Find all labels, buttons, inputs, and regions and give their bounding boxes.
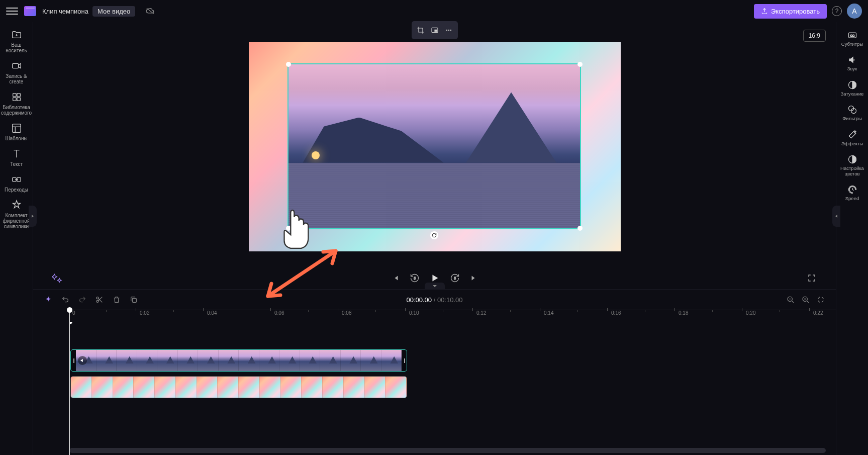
camera-icon	[11, 60, 22, 71]
sidebar-item-label: Speed	[845, 196, 859, 201]
split-button[interactable]	[94, 295, 105, 305]
svg-rect-12	[435, 30, 437, 31]
svg-rect-6	[12, 124, 21, 133]
sidebar-item-label: Ваш носитель	[1, 42, 32, 53]
project-badge[interactable]: Мое видео	[92, 6, 135, 17]
color-adjust-icon	[847, 154, 857, 164]
rotate-handle[interactable]	[430, 231, 438, 239]
left-sidebar: Ваш носитель Запись & create Библиотека …	[0, 22, 33, 455]
timeline-tracks[interactable]	[69, 322, 836, 455]
svg-point-14	[448, 30, 449, 31]
pip-button[interactable]	[428, 24, 441, 37]
svg-point-13	[446, 30, 447, 31]
svg-text:CC: CC	[850, 34, 854, 37]
preview-canvas[interactable]	[249, 42, 621, 251]
sidebar-item-color[interactable]: Настройка цветов	[836, 152, 868, 178]
ruler-tick: 0	[72, 310, 75, 316]
forward-5-button[interactable]: 5	[449, 272, 461, 284]
skip-end-button[interactable]	[468, 272, 480, 284]
sidebar-item-label: Переходы	[5, 187, 28, 193]
cc-icon: CC	[847, 30, 857, 40]
fade-icon	[847, 80, 857, 90]
zoom-fit-button[interactable]	[816, 295, 826, 305]
clip-trim-end-handle[interactable]	[402, 350, 407, 371]
more-options-button[interactable]	[442, 24, 455, 37]
help-button[interactable]: ?	[832, 6, 842, 16]
ruler-tick: 0:22	[813, 310, 823, 316]
folder-plus-icon	[11, 29, 22, 40]
sidebar-item-speed[interactable]: Speed	[836, 183, 868, 203]
svg-text:5: 5	[414, 277, 416, 280]
sidebar-item-text[interactable]: Текст	[0, 146, 33, 169]
main-area: 16:9	[33, 22, 836, 455]
right-sidebar: CC Субтитры Звук Затухание Фильтры Эффек…	[836, 22, 868, 455]
sidebar-item-effects[interactable]: Эффекты	[836, 128, 868, 148]
sidebar-expand-button[interactable]	[832, 206, 840, 227]
ruler-tick: 0:16	[611, 310, 621, 316]
zoom-out-button[interactable]	[786, 295, 796, 305]
sidebar-item-label: Звук	[847, 66, 857, 71]
ruler-tick: 0:20	[746, 310, 755, 316]
sidebar-item-label: Запись & create	[1, 73, 32, 84]
sidebar-item-subtitles[interactable]: CC Субтитры	[836, 28, 868, 49]
duplicate-button[interactable]	[129, 295, 139, 305]
playback-time: 00:00.00 / 00:10.00	[406, 296, 462, 304]
sidebar-item-label: Текст	[10, 161, 23, 167]
sidebar-item-fade[interactable]: Затухание	[836, 78, 868, 99]
timeline-ruler[interactable]: 00:020:040:060:080:100:120:140:160:180:2…	[69, 310, 836, 322]
timeline-scrollbar[interactable]	[69, 448, 826, 453]
redo-button[interactable]	[77, 295, 87, 305]
fullscreen-button[interactable]	[806, 272, 818, 284]
scrollbar-thumb[interactable]	[69, 448, 826, 453]
effects-icon	[847, 130, 857, 140]
ruler-tick: 0:02	[140, 310, 149, 316]
clip-trim-start-handle[interactable]	[71, 350, 76, 371]
aspect-ratio-button[interactable]: 16:9	[803, 30, 826, 42]
sidebar-item-media[interactable]: Ваш носитель	[0, 27, 33, 55]
resize-handle-bl[interactable]	[286, 226, 291, 231]
resize-handle-tl[interactable]	[286, 62, 291, 67]
zoom-in-button[interactable]	[801, 295, 811, 305]
sidebar-item-record[interactable]: Запись & create	[0, 58, 33, 86]
timeline-collapse-button[interactable]	[425, 283, 445, 290]
sidebar-item-label: Комплект фирменной символики	[1, 213, 32, 229]
resize-handle-br[interactable]	[577, 226, 583, 231]
floating-toolbar	[412, 21, 458, 39]
sidebar-item-filters[interactable]: Фильтры	[836, 103, 868, 123]
export-button-label: Экспортировать	[771, 8, 820, 15]
selected-video-clip[interactable]	[287, 63, 581, 229]
app-header: Клип чемпиона Мое видео Экспортировать ?…	[0, 0, 868, 22]
ai-magic-button[interactable]	[51, 272, 63, 284]
undo-button[interactable]	[60, 295, 70, 305]
ai-sparkle-button[interactable]	[43, 295, 53, 305]
ruler-tick: 0:18	[679, 310, 688, 316]
svg-rect-1	[12, 63, 18, 68]
hamburger-menu-button[interactable]	[6, 5, 18, 17]
ruler-tick: 0:10	[409, 310, 419, 316]
timeline-clip-video[interactable]	[70, 349, 407, 372]
resize-handle-tr[interactable]	[577, 62, 583, 67]
svg-point-15	[450, 30, 451, 31]
sidebar-item-audio[interactable]: Звук	[836, 53, 868, 73]
sidebar-item-brand[interactable]: Комплект фирменной символики	[0, 198, 33, 231]
crop-button[interactable]	[414, 24, 427, 37]
skip-start-button[interactable]	[390, 272, 402, 284]
export-button[interactable]: Экспортировать	[754, 4, 827, 19]
rewind-5-button[interactable]: 5	[409, 272, 421, 284]
sidebar-item-transitions[interactable]: Переходы	[0, 172, 33, 195]
preview-area: 16:9	[33, 22, 836, 267]
timeline-clip-background[interactable]	[70, 376, 407, 398]
playhead[interactable]	[69, 310, 70, 322]
cloud-sync-icon[interactable]	[141, 7, 155, 15]
ruler-tick: 0:06	[274, 310, 284, 316]
sidebar-item-label: Субтитры	[841, 42, 863, 47]
playhead-line[interactable]	[69, 322, 70, 455]
project-title: Клип чемпиона	[42, 8, 88, 15]
delete-button[interactable]	[112, 295, 122, 305]
sidebar-item-templates[interactable]: Шаблоны	[0, 121, 33, 143]
sidebar-item-label: Настройка цветов	[837, 166, 867, 176]
clip-audio-icon[interactable]	[78, 356, 87, 365]
sidebar-item-library[interactable]: Библиотека содержимого	[0, 89, 33, 118]
sidebar-item-label: Эффекты	[841, 141, 863, 146]
user-avatar[interactable]: A	[847, 4, 862, 19]
